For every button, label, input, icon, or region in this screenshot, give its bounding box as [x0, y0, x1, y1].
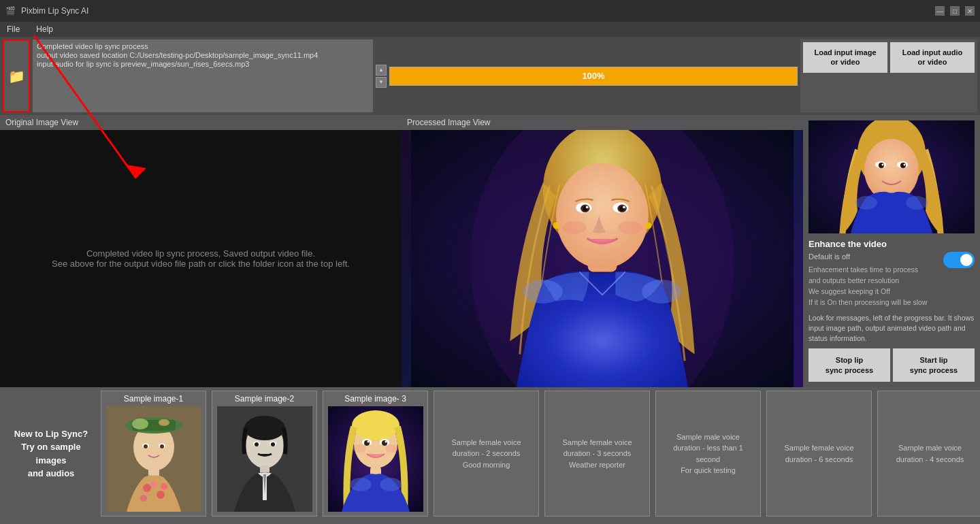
- scrollbar-buttons: ▲ ▼: [376, 65, 387, 88]
- enhance-row: Default is off Enhacement takes time to …: [808, 252, 975, 308]
- progress-label: 100%: [582, 71, 604, 81]
- samples-section: New to Lip Sync? Try on sample images an…: [0, 387, 980, 520]
- intro-text: New to Lip Sync? Try on sample images an…: [14, 429, 88, 479]
- start-sync-button[interactable]: Start lipsync process: [893, 348, 975, 382]
- svg-point-18: [642, 280, 681, 304]
- close-button[interactable]: ✕: [965, 6, 975, 16]
- sample-image-1-card[interactable]: Sample image-1: [101, 391, 206, 517]
- svg-point-38: [144, 444, 148, 448]
- svg-point-62: [367, 441, 369, 443]
- woman-svg: [402, 130, 803, 387]
- scroll-up-button[interactable]: ▲: [376, 65, 387, 76]
- svg-point-35: [159, 419, 169, 426]
- audio-card-2[interactable]: Sample female voice duration - 3 seconds…: [544, 391, 650, 517]
- title-bar: 🎬 Pixbim Lip Sync AI — □ ✕: [0, 0, 980, 22]
- app-icon: 🎬: [5, 6, 16, 16]
- thumbnail-image: [808, 120, 975, 233]
- main-views: Original Image View Completed video lip …: [0, 115, 980, 387]
- sample-image-2-card[interactable]: Sample image-2: [212, 391, 317, 517]
- sample-image-3-card[interactable]: Sample image- 3: [323, 391, 428, 517]
- load-image-button[interactable]: Load input imageor video: [803, 42, 887, 73]
- svg-point-51: [255, 442, 259, 446]
- new-to-label: New to Lip Sync? Try on sample images an…: [7, 427, 95, 480]
- progress-area: ▲ ▼ 100%: [376, 39, 798, 112]
- log-line-1: Completed video lip sync process: [37, 42, 369, 50]
- processed-image: [402, 130, 803, 387]
- svg-point-14: [618, 221, 642, 234]
- original-view-content: Completed video lip sync process, Saved …: [0, 130, 402, 387]
- sample-1-svg: [106, 406, 201, 512]
- audio-5-text: Sample male voice duration - 4 seconds: [896, 442, 964, 465]
- sample-3-svg: [328, 406, 423, 512]
- audio-3-text: Sample male voice duration - less than 1…: [662, 431, 755, 476]
- svg-point-15: [553, 223, 559, 229]
- svg-point-67: [350, 478, 372, 491]
- sample-3-title: Sample image- 3: [344, 394, 406, 404]
- processed-view-content: [402, 130, 803, 387]
- processed-view-label: Processed Image View: [402, 115, 803, 130]
- audio-1-text: Sample female voice duration - 2 seconds…: [451, 437, 521, 471]
- enhance-section: Enhance the video Default is off Enhacem…: [808, 239, 975, 308]
- svg-point-17: [523, 280, 563, 304]
- sample-2-svg: [217, 406, 312, 512]
- original-placeholder-text: Completed video lip sync process, Saved …: [38, 235, 363, 282]
- audio-card-4[interactable]: Sample female voice duration - 6 seconds: [766, 391, 872, 517]
- audio-card-3[interactable]: Sample male voice duration - less than 1…: [655, 391, 761, 517]
- folder-icon-button[interactable]: 📁: [3, 39, 30, 112]
- enhance-description: Default is off Enhacement takes time to …: [808, 252, 941, 308]
- enhance-title: Enhance the video: [808, 239, 975, 249]
- minimize-button[interactable]: —: [935, 6, 945, 16]
- sample-1-title: Sample image-1: [124, 394, 183, 404]
- thumbnail-svg: [808, 120, 975, 233]
- maximize-button[interactable]: □: [950, 6, 960, 16]
- enhance-desc-text: Enhacement takes time to process and out…: [808, 265, 941, 308]
- progress-track: 100%: [389, 67, 798, 86]
- menu-file[interactable]: File: [3, 23, 24, 35]
- svg-point-27: [904, 163, 906, 165]
- processed-view-panel: Processed Image View: [402, 115, 803, 387]
- svg-point-39: [160, 444, 164, 448]
- original-view-panel: Original Image View Completed video lip …: [0, 115, 402, 387]
- svg-point-16: [645, 223, 652, 229]
- load-audio-button[interactable]: Load input audioor video: [890, 42, 975, 73]
- svg-point-29: [906, 196, 928, 210]
- log-line-2: output video saved location C:/Users/tes…: [37, 51, 369, 59]
- right-top-panel: Load input imageor video Load input audi…: [800, 39, 977, 112]
- folder-icon: 📁: [8, 68, 25, 84]
- sample-2-title: Sample image-2: [235, 394, 294, 404]
- original-view-label: Original Image View: [0, 115, 402, 130]
- log-line-3: input audio for lip sync is preview_imag…: [37, 60, 369, 68]
- audio-card-1[interactable]: Sample female voice duration - 2 seconds…: [434, 391, 539, 517]
- svg-point-52: [271, 442, 275, 446]
- scroll-down-button[interactable]: ▼: [376, 77, 387, 88]
- svg-point-63: [385, 441, 387, 443]
- enhance-toggle[interactable]: [943, 252, 975, 268]
- log-area: Completed video lip sync process output …: [33, 39, 373, 112]
- svg-point-34: [132, 419, 148, 429]
- svg-point-41: [143, 484, 151, 492]
- action-buttons: Stop lipsync process Start lipsync proce…: [808, 348, 975, 382]
- sample-3-image: [328, 406, 423, 512]
- app-title: Pixbim Lip Sync AI: [21, 6, 88, 16]
- stop-sync-button[interactable]: Stop lipsync process: [808, 348, 890, 382]
- audio-2-text: Sample female voice duration - 3 seconds…: [562, 437, 632, 471]
- svg-point-21: [864, 139, 919, 201]
- svg-point-4: [556, 163, 649, 268]
- svg-point-45: [161, 483, 167, 490]
- menu-help[interactable]: Help: [32, 23, 57, 35]
- load-buttons-row: Load input imageor video Load input audi…: [803, 42, 975, 73]
- audio-4-text: Sample female voice duration - 6 seconds: [784, 442, 853, 465]
- svg-point-12: [623, 206, 625, 208]
- svg-point-43: [150, 481, 157, 488]
- menu-bar: File Help: [0, 22, 980, 37]
- right-sidebar: Enhance the video Default is off Enhacem…: [803, 115, 980, 387]
- svg-point-42: [157, 491, 165, 499]
- audio-card-5[interactable]: Sample male voice duration - 4 seconds: [877, 391, 980, 517]
- window-controls[interactable]: — □ ✕: [935, 6, 975, 16]
- svg-point-13: [563, 221, 587, 234]
- svg-point-26: [882, 163, 884, 165]
- svg-point-11: [586, 206, 589, 208]
- svg-point-28: [855, 196, 877, 210]
- sample-1-image: [106, 406, 201, 512]
- sample-2-image: [217, 406, 312, 512]
